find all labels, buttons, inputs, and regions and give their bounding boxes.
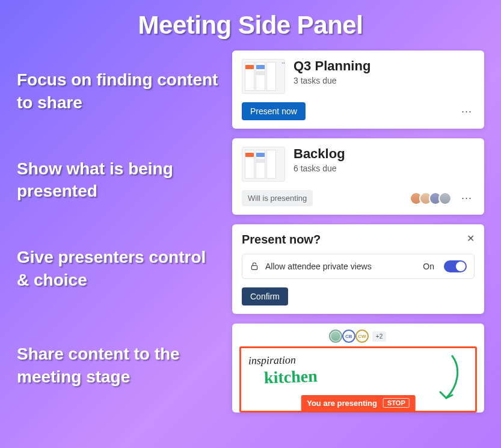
- card-title: Q3 Planning: [294, 59, 370, 73]
- presenting-status-badge: Will is presenting: [242, 190, 313, 206]
- feature-item: Focus on finding content to share: [17, 69, 219, 114]
- feature-item: Show what is being presented: [17, 158, 219, 203]
- card-subtitle: 3 tasks due: [294, 76, 370, 85]
- feature-item: Give presenters control & choice: [17, 246, 219, 292]
- presenting-bar: You are presenting STOP: [301, 395, 416, 411]
- shared-stage-frame: inspiration kitchen You are presenting S…: [239, 346, 477, 413]
- stage-avatars: CB CW +2: [239, 330, 477, 343]
- feature-list: Focus on finding content to share Show w…: [17, 51, 219, 430]
- content-card-planning: ●● Q3 Planning 3 tasks due Present now ·…: [232, 51, 484, 129]
- overflow-menu-icon[interactable]: ···: [459, 192, 475, 204]
- avatar: [438, 192, 452, 205]
- card-title: Backlog: [294, 147, 345, 161]
- svg-rect-0: [251, 266, 257, 270]
- private-views-toggle[interactable]: [444, 260, 467, 272]
- stage-share-card: CB CW +2 inspiration kitchen You are pre…: [232, 324, 484, 413]
- board-thumbnail-icon: ●●: [242, 59, 285, 94]
- feature-item: Share content to the meeting stage: [17, 343, 219, 388]
- overflow-menu-icon[interactable]: ···: [459, 105, 475, 118]
- handwritten-note: inspiration: [248, 354, 296, 367]
- handwritten-note: kitchen: [263, 366, 318, 387]
- close-icon[interactable]: ✕: [467, 233, 475, 244]
- viewer-avatars: [410, 192, 452, 205]
- page-title: Meeting Side Panel: [0, 0, 501, 40]
- toggle-state-text: On: [423, 262, 434, 271]
- presenting-bar-text: You are presenting: [307, 399, 377, 408]
- board-thumbnail-icon: [242, 147, 285, 182]
- content-card-backlog: Backlog 6 tasks due Will is presenting ·…: [232, 138, 484, 215]
- avatar: CW: [355, 330, 369, 343]
- toggle-label: Allow attendee private views: [265, 262, 417, 271]
- present-now-button[interactable]: Present now: [242, 102, 306, 120]
- stop-presenting-button[interactable]: STOP: [383, 398, 410, 408]
- avatar: CB: [342, 330, 355, 343]
- avatar-overflow-badge: +2: [372, 331, 386, 342]
- side-panel: ●● Q3 Planning 3 tasks due Present now ·…: [232, 51, 484, 430]
- hand-drawn-arrow-icon: [422, 353, 464, 404]
- avatar: [329, 330, 342, 343]
- confirm-question: Present now?: [242, 233, 475, 247]
- lock-icon: [250, 262, 259, 271]
- private-views-toggle-row: Allow attendee private views On: [242, 254, 475, 279]
- present-confirm-card: ✕ Present now? Allow attendee private vi…: [232, 224, 484, 314]
- confirm-button[interactable]: Confirm: [242, 287, 288, 305]
- card-subtitle: 6 tasks due: [294, 164, 345, 173]
